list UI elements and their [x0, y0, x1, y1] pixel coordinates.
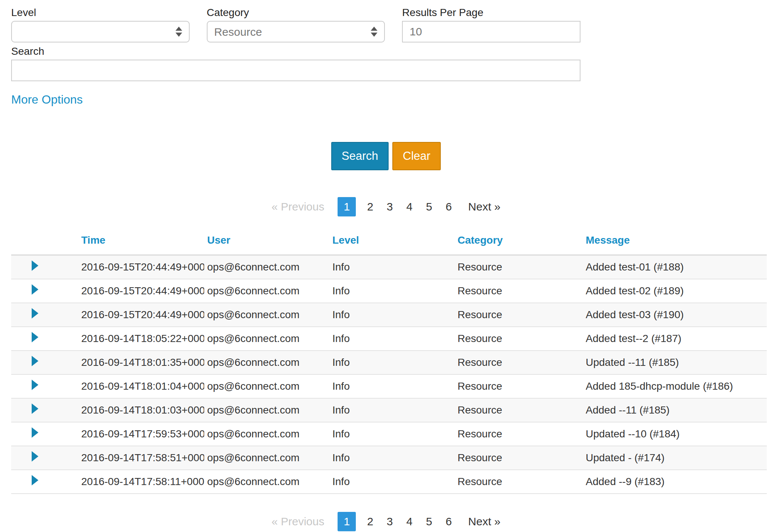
- table-row: 2016-09-14T18:01:35+0000ops@6connect.com…: [11, 351, 767, 374]
- cell-time: 2016-09-15T20:44:49+0000: [78, 255, 204, 279]
- cell-expand: [11, 446, 78, 470]
- cell-level: Info: [329, 351, 455, 374]
- table-row: 2016-09-14T17:58:51+0000ops@6connect.com…: [11, 446, 767, 470]
- cell-expand: [11, 398, 78, 422]
- category-field: Category Resource: [207, 7, 385, 42]
- search-input[interactable]: [11, 60, 580, 81]
- column-header-expand: [11, 229, 78, 255]
- cell-category: Resource: [455, 303, 583, 327]
- page-3-button[interactable]: 3: [385, 197, 395, 216]
- cell-message: Added test--2 (#187): [583, 327, 767, 351]
- cell-user: ops@6connect.com: [204, 255, 329, 279]
- cell-message: Updated --11 (#185): [583, 351, 767, 374]
- level-label: Level: [11, 7, 190, 19]
- expand-row-icon[interactable]: [32, 308, 38, 319]
- page-4-button[interactable]: 4: [404, 197, 415, 216]
- cell-user: ops@6connect.com: [204, 279, 329, 303]
- column-header-category[interactable]: Category: [455, 229, 583, 255]
- cell-expand: [11, 374, 78, 398]
- cell-user: ops@6connect.com: [204, 303, 329, 327]
- column-header-user[interactable]: User: [204, 229, 329, 255]
- table-row: 2016-09-14T18:05:22+0000ops@6connect.com…: [11, 327, 767, 351]
- next-button[interactable]: Next »: [468, 515, 501, 528]
- more-options-link[interactable]: More Options: [11, 92, 83, 107]
- cell-time: 2016-09-14T17:58:11+0000: [78, 470, 204, 494]
- results-per-page-label: Results Per Page: [402, 7, 580, 19]
- category-label: Category: [207, 7, 385, 19]
- pagination-bottom: « Previous123456Next »: [0, 512, 772, 532]
- cell-time: 2016-09-15T20:44:49+0000: [78, 279, 204, 303]
- column-header-level[interactable]: Level: [329, 229, 455, 255]
- page-4-button[interactable]: 4: [404, 512, 415, 531]
- results-per-page-field: Results Per Page: [402, 7, 580, 42]
- cell-time: 2016-09-15T20:44:49+0000: [78, 303, 204, 327]
- cell-expand: [11, 303, 78, 327]
- previous-button[interactable]: « Previous: [272, 200, 325, 213]
- column-header-time[interactable]: Time: [78, 229, 204, 255]
- search-label: Search: [11, 45, 580, 57]
- cell-time: 2016-09-14T18:05:22+0000: [78, 327, 204, 351]
- cell-message: Added test-01 (#188): [583, 255, 767, 279]
- category-select[interactable]: Resource: [207, 21, 385, 42]
- page-6-button[interactable]: 6: [443, 197, 454, 216]
- level-select[interactable]: [11, 21, 190, 42]
- cell-message: Added test-02 (#189): [583, 279, 767, 303]
- cell-user: ops@6connect.com: [204, 327, 329, 351]
- expand-row-icon[interactable]: [32, 380, 38, 390]
- page-6-button[interactable]: 6: [443, 512, 454, 531]
- cell-category: Resource: [455, 446, 583, 470]
- expand-row-icon[interactable]: [32, 427, 38, 438]
- cell-category: Resource: [455, 351, 583, 374]
- expand-row-icon[interactable]: [32, 451, 38, 462]
- cell-message: Updated --10 (#184): [583, 422, 767, 446]
- cell-user: ops@6connect.com: [204, 470, 329, 494]
- cell-message: Updated - (#174): [583, 446, 767, 470]
- cell-user: ops@6connect.com: [204, 374, 329, 398]
- log-page: Level Category Resource Res: [0, 0, 772, 532]
- level-field: Level: [11, 7, 190, 42]
- cell-message: Added --9 (#183): [583, 470, 767, 494]
- log-table: Time User Level Category Message 2016-09…: [11, 229, 767, 494]
- expand-row-icon[interactable]: [32, 403, 38, 414]
- cell-message: Added --11 (#185): [583, 398, 767, 422]
- table-row: 2016-09-14T17:58:11+0000ops@6connect.com…: [11, 470, 767, 494]
- cell-level: Info: [329, 303, 455, 327]
- column-header-message[interactable]: Message: [583, 229, 767, 255]
- page-3-button[interactable]: 3: [385, 512, 395, 531]
- cell-time: 2016-09-14T17:58:51+0000: [78, 446, 204, 470]
- cell-time: 2016-09-14T18:01:35+0000: [78, 351, 204, 374]
- next-button[interactable]: Next »: [468, 200, 501, 213]
- cell-user: ops@6connect.com: [204, 398, 329, 422]
- table-row: 2016-09-14T18:01:04+0000ops@6connect.com…: [11, 374, 767, 398]
- page-1-button[interactable]: 1: [338, 197, 356, 216]
- table-row: 2016-09-15T20:44:49+0000ops@6connect.com…: [11, 255, 767, 279]
- page-5-button[interactable]: 5: [424, 512, 434, 531]
- form-actions: Search Clear: [0, 142, 772, 170]
- table-header-row: Time User Level Category Message: [11, 229, 767, 255]
- results-per-page-input[interactable]: [402, 21, 580, 42]
- table-row: 2016-09-15T20:44:49+0000ops@6connect.com…: [11, 303, 767, 327]
- cell-message: Added test-03 (#190): [583, 303, 767, 327]
- cell-user: ops@6connect.com: [204, 422, 329, 446]
- expand-row-icon[interactable]: [32, 356, 38, 366]
- page-2-button[interactable]: 2: [365, 512, 376, 531]
- cell-time: 2016-09-14T17:59:53+0000: [78, 422, 204, 446]
- cell-level: Info: [329, 398, 455, 422]
- cell-level: Info: [329, 374, 455, 398]
- page-5-button[interactable]: 5: [424, 197, 434, 216]
- expand-row-icon[interactable]: [32, 332, 38, 342]
- clear-button[interactable]: Clear: [392, 142, 441, 170]
- cell-expand: [11, 255, 78, 279]
- table-row: 2016-09-14T18:01:03+0000ops@6connect.com…: [11, 398, 767, 422]
- page-2-button[interactable]: 2: [365, 197, 376, 216]
- page-1-button[interactable]: 1: [338, 512, 356, 531]
- cell-level: Info: [329, 279, 455, 303]
- cell-category: Resource: [455, 470, 583, 494]
- expand-row-icon[interactable]: [32, 475, 38, 485]
- search-button[interactable]: Search: [331, 142, 389, 170]
- cell-user: ops@6connect.com: [204, 446, 329, 470]
- filter-row: Level Category Resource Res: [11, 7, 580, 42]
- previous-button[interactable]: « Previous: [272, 515, 325, 528]
- expand-row-icon[interactable]: [32, 260, 38, 271]
- expand-row-icon[interactable]: [32, 284, 38, 295]
